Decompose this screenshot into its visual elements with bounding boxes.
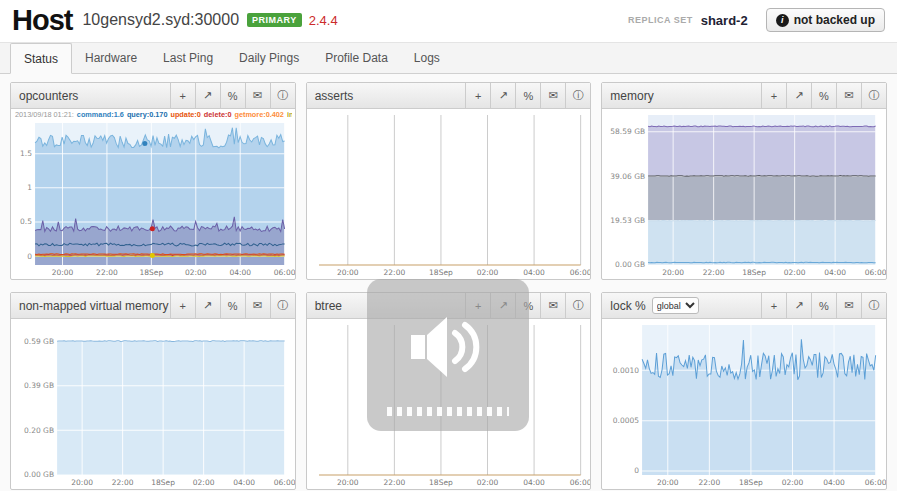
lock-percent-chart[interactable]: 00.00050.001020:0022:0018Sep02:0004:0006… [602,319,886,489]
svg-text:04:00: 04:00 [523,478,545,487]
svg-text:06:00: 06:00 [274,268,295,277]
svg-text:06:00: 06:00 [865,478,886,487]
tab-profile-data[interactable]: Profile Data [312,43,401,73]
link-icon[interactable]: % [811,83,836,108]
svg-text:22:00: 22:00 [96,268,118,277]
svg-text:22:00: 22:00 [699,478,721,487]
svg-text:20:00: 20:00 [657,478,679,487]
email-icon[interactable]: ✉ [245,83,270,108]
svg-text:18Sep: 18Sep [429,478,453,487]
panel-header: opcounters +↗%✉ⓘ [11,83,295,109]
svg-text:0.0010: 0.0010 [613,366,640,375]
svg-text:1.5: 1.5 [20,149,32,158]
svg-text:20:00: 20:00 [52,268,74,277]
add-chart-icon[interactable]: + [170,293,195,318]
email-icon[interactable]: ✉ [245,293,270,318]
link-icon[interactable]: % [811,293,836,318]
email-icon[interactable]: ✉ [836,293,861,318]
svg-text:06:00: 06:00 [569,478,590,487]
panel-header: non-mapped virtual memory +↗%✉ⓘ [11,293,295,319]
panel-body: 0.00 GB19.53 GB39.06 GB58.59 GB20:0022:0… [602,109,886,279]
header-right: REPLICA SET shard-2 i not backed up [628,8,885,32]
memory-chart[interactable]: 0.00 GB19.53 GB39.06 GB58.59 GB20:0022:0… [602,109,886,279]
page-title: Host [12,5,72,35]
svg-text:20:00: 20:00 [337,268,359,277]
svg-text:19.53 GB: 19.53 GB [611,216,646,225]
tab-hardware[interactable]: Hardware [72,43,150,73]
svg-text:02:00: 02:00 [784,268,806,277]
panel-asserts: asserts +↗%✉ⓘ 20:0022:0018Sep02:0004:000… [306,82,592,280]
info-icon[interactable]: ⓘ [861,83,886,108]
replica-set-value[interactable]: shard-2 [701,13,748,28]
primary-badge: PRIMARY [247,13,302,27]
svg-text:0.39 GB: 0.39 GB [24,381,54,390]
add-chart-icon[interactable]: + [170,83,195,108]
panel-opcounters: opcounters +↗%✉ⓘ 2013/09/18 01:21:comman… [10,82,296,280]
info-icon[interactable]: ⓘ [565,83,590,108]
svg-text:06:00: 06:00 [569,268,590,277]
svg-text:18Sep: 18Sep [743,268,767,277]
svg-text:22:00: 22:00 [383,478,405,487]
expand-icon[interactable]: ↗ [490,83,515,108]
asserts-chart[interactable]: 20:0022:0018Sep02:0004:0006:00 [307,109,591,279]
svg-text:0.00 GB: 0.00 GB [615,261,645,270]
email-icon[interactable]: ✉ [836,83,861,108]
tab-last-ping[interactable]: Last Ping [150,43,226,73]
svg-text:04:00: 04:00 [233,478,255,487]
svg-text:02:00: 02:00 [476,268,498,277]
svg-text:04:00: 04:00 [825,268,847,277]
panel-toolbar: +↗%✉ⓘ [170,293,295,318]
info-icon[interactable]: ⓘ [565,293,590,318]
info-icon[interactable]: ⓘ [270,293,295,318]
svg-text:04:00: 04:00 [229,268,251,277]
panel-btree: btree +↗%✉ⓘ 20:0022:0018Sep02:0004:0006:… [306,292,592,490]
non-mapped-virtual-memory-chart[interactable]: 0.00 GB0.20 GB0.39 GB0.59 GB20:0022:0018… [11,319,295,489]
svg-text:18Sep: 18Sep [739,478,763,487]
panel-body: 20:0022:0018Sep02:0004:0006:00 [307,109,591,279]
panel-body: 2013/09/18 01:21:command:1.6query:0.170u… [11,109,295,279]
link-icon[interactable]: % [220,83,245,108]
add-chart-icon[interactable]: + [761,83,786,108]
panel-title: lock % [602,299,645,313]
muted-alerts-overlay [367,279,529,431]
add-chart-icon[interactable]: + [761,293,786,318]
svg-text:0.20 GB: 0.20 GB [24,426,54,435]
svg-text:18Sep: 18Sep [151,478,175,487]
tab-logs[interactable]: Logs [401,43,453,73]
tab-daily-pings[interactable]: Daily Pings [226,43,312,73]
svg-text:02:00: 02:00 [185,268,207,277]
info-icon[interactable]: ⓘ [270,83,295,108]
expand-icon[interactable]: ↗ [786,293,811,318]
panel-toolbar: +↗%✉ⓘ [170,83,295,108]
info-icon[interactable]: ⓘ [861,293,886,318]
svg-text:0: 0 [635,466,640,475]
tab-status[interactable]: Status [10,43,72,74]
panel-header: lock % global +↗%✉ⓘ [602,293,886,319]
expand-icon[interactable]: ↗ [195,293,220,318]
svg-text:06:00: 06:00 [865,268,886,277]
svg-text:0.00 GB: 0.00 GB [24,471,54,480]
svg-text:18Sep: 18Sep [429,268,453,277]
panel-toolbar: +↗%✉ⓘ [465,83,590,108]
link-icon[interactable]: % [515,83,540,108]
panel-title: btree [307,299,342,313]
svg-text:20:00: 20:00 [337,478,359,487]
lock-scope-select[interactable]: global [652,297,699,314]
svg-text:20:00: 20:00 [663,268,685,277]
panel-memory: memory +↗%✉ⓘ 0.00 GB19.53 GB39.06 GB58.5… [601,82,887,280]
svg-text:0.0005: 0.0005 [613,416,640,425]
email-icon[interactable]: ✉ [540,293,565,318]
panel-title: non-mapped virtual memory [11,299,168,313]
backup-status-button[interactable]: i not backed up [766,8,885,32]
panel-non-mapped-virtual-memory: non-mapped virtual memory +↗%✉ⓘ 0.00 GB0… [10,292,296,490]
panel-header: asserts +↗%✉ⓘ [307,83,591,109]
email-icon[interactable]: ✉ [540,83,565,108]
panel-toolbar: +↗%✉ⓘ [761,83,886,108]
link-icon[interactable]: % [220,293,245,318]
add-chart-icon[interactable]: + [465,83,490,108]
expand-icon[interactable]: ↗ [195,83,220,108]
expand-icon[interactable]: ↗ [786,83,811,108]
opcounters-chart[interactable]: 00.511.520:0022:0018Sep02:0004:0006:00 [11,109,295,279]
panel-title: memory [602,89,653,103]
svg-text:18Sep: 18Sep [140,268,164,277]
